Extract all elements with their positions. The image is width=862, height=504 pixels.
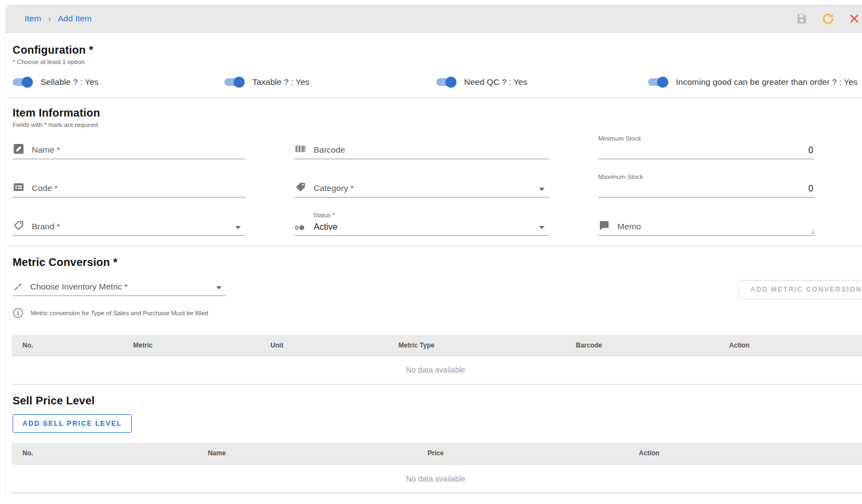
add-metric-conversion-button[interactable]: ADD METRIC CONVERSION [738,280,862,299]
toggle-row: Sellable ? : Yes Taxable ? : Yes Need QC… [13,77,862,97]
metric-conversion-table: No. Metric Unit Metric Type Barcode Acti… [11,335,862,385]
status-label: Status * [313,212,549,218]
table-header-row: No. Metric Unit Metric Type Barcode Acti… [11,335,862,356]
code-field[interactable]: Code * [13,173,245,198]
top-bar: Item › Add Item [6,4,862,33]
column-header: Action [531,443,767,465]
metric-conversion-section: Metric Conversion * Choose Inventory Met… [6,246,862,385]
name-label: Name * [32,145,60,155]
brand-label: Brand * [32,222,60,231]
column-header: Name [94,443,340,465]
chevron-down-icon [539,188,545,191]
barcode-field[interactable]: Barcode [294,135,549,159]
toggle-label: Taxable ? : Yes [252,77,309,87]
metric-arrows-icon [13,281,24,292]
item-information-section: Item Information Fields with * mark are … [6,98,862,246]
need-qc-toggle[interactable]: Need QC ? : Yes [436,77,648,88]
category-label: Category * [314,183,354,193]
inventory-metric-label: Choose Inventory Metric * [30,282,128,292]
inventory-metric-select[interactable]: Choose Inventory Metric * [13,278,226,296]
column-header [767,443,862,465]
barcode-icon [294,143,306,155]
minimum-stock-label: Minimum Stock [598,135,814,142]
chevron-right-icon: › [48,13,50,24]
column-header: Unit [198,335,356,356]
no-data-message: No data available [11,474,860,483]
chevron-down-icon [216,286,222,289]
maximum-stock-label: Maximum Stock [598,173,814,180]
edit-icon [13,143,25,155]
tag-outline-icon [13,219,25,231]
refresh-icon[interactable] [822,13,834,25]
status-field[interactable]: Status * Active [294,212,549,236]
empty-row: No data available [11,465,862,493]
card-list-icon [13,181,25,193]
sell-price-level-section: Sell Price Level ADD SELL PRICE LEVEL No… [6,385,862,494]
info-icon [13,308,24,318]
name-field[interactable]: Name * [13,135,245,159]
toggle-switch-icon[interactable] [224,77,245,88]
status-toggle-icon [294,220,306,232]
category-field[interactable]: Category * [294,173,549,198]
maximum-stock-value[interactable]: 0 [598,184,814,194]
configuration-section: Configuration * * Choose at least 1 opti… [6,33,862,97]
memo-label: Memo [617,222,641,231]
toggle-switch-icon[interactable] [648,77,668,88]
column-header: No. [11,443,94,465]
no-data-message: No data available [11,366,860,374]
minimum-stock-field[interactable]: Minimum Stock 0 [598,135,814,159]
breadcrumb-add-item[interactable]: Add Item [58,14,92,24]
column-header: No. [11,335,88,356]
brand-field[interactable]: Brand * [13,212,245,236]
toggle-label: Sellable ? : Yes [41,77,99,87]
item-information-hint: Fields with * mark are required [13,121,862,129]
memo-bubble-icon [598,219,610,231]
sellable-toggle[interactable]: Sellable ? : Yes [13,77,224,88]
metric-info-text: Metric conversion for Type of Sales and … [31,310,209,316]
empty-row: No data available [11,356,862,384]
breadcrumb-item[interactable]: Item [25,14,41,24]
configuration-hint: * Choose at least 1 option [13,58,862,66]
status-value: Active [314,222,338,232]
toggle-label: Incoming good can be greater than order … [676,77,858,87]
add-sell-price-level-button[interactable]: ADD SELL PRICE LEVEL [13,414,132,433]
column-header [778,335,862,356]
taxable-toggle[interactable]: Taxable ? : Yes [224,77,436,88]
minimum-stock-value[interactable]: 0 [598,146,814,155]
save-icon[interactable] [796,13,808,25]
configuration-title: Configuration * [13,43,862,57]
memo-field[interactable]: Memo [598,212,814,236]
metric-conversion-title: Metric Conversion * [13,255,862,269]
item-information-title: Item Information [13,106,862,120]
column-header: Barcode [477,335,701,356]
item-fields-grid: Name * Barcode Minimum Stock 0 [13,135,862,246]
column-header: Metric Type [356,335,477,356]
breadcrumb: Item › Add Item [25,14,92,24]
table-header-row: No. Name Price Action [11,443,862,465]
toggle-switch-icon[interactable] [436,77,456,88]
code-label: Code * [32,183,57,193]
incoming-good-toggle[interactable]: Incoming good can be greater than order … [648,77,860,88]
toggle-switch-icon[interactable] [13,77,33,88]
tag-filled-icon [294,181,306,193]
chevron-down-icon [539,226,545,229]
metric-info-row: Metric conversion for Type of Sales and … [13,307,862,319]
column-header: Action [701,335,778,356]
sell-price-level-title: Sell Price Level [13,393,862,408]
add-item-page: Item › Add Item Configuration * * Choose… [5,4,862,493]
column-header: Metric [88,335,198,356]
barcode-label: Barcode [314,145,345,155]
maximum-stock-field[interactable]: Maximum Stock 0 [598,173,814,198]
sell-price-level-table: No. Name Price Action No data available [11,443,862,494]
column-header: Price [340,443,531,465]
close-icon[interactable] [848,13,860,25]
resize-handle-icon[interactable] [809,229,814,234]
toggle-label: Need QC ? : Yes [464,77,527,87]
chevron-down-icon [235,226,241,229]
